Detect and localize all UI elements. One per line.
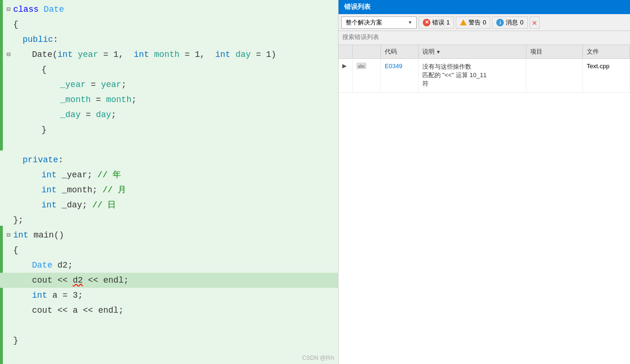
code-line: int _day; // 日 xyxy=(0,198,338,213)
collapse-icon-3[interactable]: ⊟ xyxy=(7,228,10,243)
code-editor[interactable]: ⊟ class Date { public: ⊟ Date(int year =… xyxy=(0,0,338,364)
code-line: Date d2; xyxy=(0,258,338,273)
info-badge[interactable]: i 消息 0 xyxy=(492,16,527,29)
error-table: 代码 说明 ▼ 项目 文件 ▶ abc E0349 xyxy=(339,45,630,364)
code-line: public: xyxy=(0,32,338,47)
th-code-label: 代码 xyxy=(385,47,397,56)
td-code: E0349 xyxy=(381,59,419,92)
code-line: int a = 3; xyxy=(0,288,338,303)
code-panel: ⊟ class Date { public: ⊟ Date(int year =… xyxy=(0,0,338,364)
info-count: 0 xyxy=(520,19,523,26)
error-search-bar xyxy=(339,31,630,45)
code-line: }; xyxy=(0,213,338,228)
code-line: _day = day; xyxy=(0,107,338,122)
code-content: cout << d2 << endl; xyxy=(13,273,334,288)
close-filter-icon: ✕ xyxy=(532,17,537,28)
td-description: 没有与这些操作数匹配的 "<<" 运算 10_11符 xyxy=(419,59,526,92)
code-line: { xyxy=(0,17,338,32)
code-content: _year = year; xyxy=(13,77,334,92)
code-line: ⊟ Date(int year = 1, int month = 1, int … xyxy=(0,47,338,62)
code-content: { xyxy=(13,17,334,32)
warning-label: 警告 xyxy=(468,18,481,27)
error-panel: 错误列表 整个解决方案 ▼ ✕ 错误 1 警告 0 i 消息 0 ✕ xyxy=(338,0,630,364)
code-content: } xyxy=(13,333,334,348)
code-line xyxy=(0,318,338,333)
th-desc-label: 说明 xyxy=(422,47,435,56)
code-line: _month = month; xyxy=(0,92,338,107)
th-file-label: 文件 xyxy=(587,47,599,56)
code-line: cout << a << endl; xyxy=(0,303,338,318)
code-content: Date d2; xyxy=(13,258,334,273)
error-row[interactable]: ▶ abc E0349 没有与这些操作数匹配的 "<<" 运算 10_11符 T… xyxy=(339,59,630,93)
code-content: int a = 3; xyxy=(13,288,334,303)
warning-badge[interactable]: 警告 0 xyxy=(456,16,490,29)
th-project[interactable]: 项目 xyxy=(526,45,583,58)
line-gutter: ⊟ xyxy=(4,228,13,243)
code-content: Date(int year = 1, int month = 1, int da… xyxy=(13,47,334,62)
info-label: 消息 xyxy=(506,18,518,27)
td-icon: abc xyxy=(353,59,381,92)
th-icon xyxy=(353,45,381,58)
code-line: _year = year; xyxy=(0,77,338,92)
solution-scope-dropdown[interactable]: 整个解决方案 ▼ xyxy=(341,16,417,29)
code-content xyxy=(13,137,334,152)
code-content: int _year; // 年 xyxy=(13,167,334,182)
th-description[interactable]: 说明 ▼ xyxy=(419,45,526,58)
th-code[interactable]: 代码 xyxy=(381,45,419,58)
error-count: 1 xyxy=(446,19,450,26)
code-line-error: cout << d2 << endl; xyxy=(0,273,338,288)
error-file-value: Text.cpp xyxy=(587,63,609,70)
code-line: { xyxy=(0,243,338,258)
code-content: _day = day; xyxy=(13,107,334,122)
td-file: Text.cpp xyxy=(583,59,630,92)
code-line: } xyxy=(0,122,338,137)
error-panel-title: 错误列表 xyxy=(339,0,630,14)
expand-arrow-icon[interactable]: ▶ xyxy=(342,63,347,69)
collapse-icon-2[interactable]: ⊟ xyxy=(7,47,10,62)
abc-icon: abc xyxy=(356,63,366,69)
code-line: } xyxy=(0,333,338,348)
sort-arrow-icon: ▼ xyxy=(436,49,441,55)
code-line: int _month; // 月 xyxy=(0,182,338,198)
code-content: int _day; // 日 xyxy=(13,198,334,213)
th-file[interactable]: 文件 xyxy=(583,45,630,58)
error-badge[interactable]: ✕ 错误 1 xyxy=(419,16,454,29)
code-content xyxy=(13,318,334,333)
code-content: } xyxy=(13,122,334,137)
info-circle-icon: i xyxy=(496,19,504,26)
code-line: { xyxy=(0,62,338,77)
watermark: CSDN @抖h xyxy=(302,354,334,362)
td-expand[interactable]: ▶ xyxy=(339,59,353,92)
code-content: int _month; // 月 xyxy=(13,182,334,198)
warning-triangle-icon xyxy=(460,19,467,25)
th-project-label: 项目 xyxy=(530,47,542,56)
code-content: }; xyxy=(13,213,334,228)
line-gutter: ⊟ xyxy=(4,47,13,62)
error-description-text: 没有与这些操作数匹配的 "<<" 运算 10_11符 xyxy=(422,63,486,88)
th-expand xyxy=(339,45,353,58)
code-content: int main() xyxy=(13,228,334,243)
code-line: ⊟ class Date xyxy=(0,2,338,17)
code-content: { xyxy=(13,243,334,258)
code-line: private: xyxy=(0,152,338,167)
table-header: 代码 说明 ▼ 项目 文件 xyxy=(339,45,630,59)
code-content: cout << a << endl; xyxy=(13,303,334,318)
dropdown-arrow-icon: ▼ xyxy=(408,20,412,25)
error-toolbar: 整个解决方案 ▼ ✕ 错误 1 警告 0 i 消息 0 ✕ xyxy=(339,14,630,31)
code-line: ⊟ int main() xyxy=(0,228,338,243)
line-gutter: ⊟ xyxy=(4,2,13,17)
code-content: class Date xyxy=(13,2,334,17)
warning-count: 0 xyxy=(483,19,486,26)
error-code-value: E0349 xyxy=(385,63,403,70)
error-circle-icon: ✕ xyxy=(423,19,430,26)
code-content: { xyxy=(13,62,334,77)
code-content: public: xyxy=(13,32,334,47)
code-line xyxy=(0,137,338,152)
solution-scope-label: 整个解决方案 xyxy=(346,18,382,27)
collapse-icon[interactable]: ⊟ xyxy=(7,2,10,17)
code-content: _month = month; xyxy=(13,92,334,107)
close-filter-button[interactable]: ✕ xyxy=(530,16,540,29)
code-content: private: xyxy=(13,152,334,167)
error-panel-title-text: 错误列表 xyxy=(344,3,371,11)
error-search-input[interactable] xyxy=(342,33,626,40)
